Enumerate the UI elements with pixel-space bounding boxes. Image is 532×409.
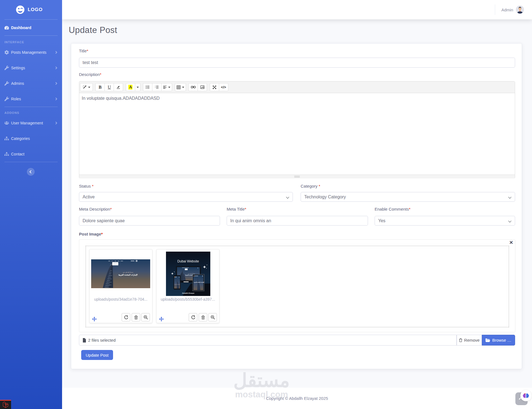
svg-text:2: 2 <box>155 87 156 88</box>
svg-text:مرحبا بكم في دبي: مرحبا بكم في دبي <box>188 273 195 274</box>
svg-text:مرحبا بكم في دبي: مرحبا بكم في دبي <box>123 271 133 273</box>
svg-text:Abdallh Elzayat: Abdallh Elzayat <box>182 292 194 294</box>
svg-text:Dubai Website: Dubai Website <box>177 259 199 263</box>
